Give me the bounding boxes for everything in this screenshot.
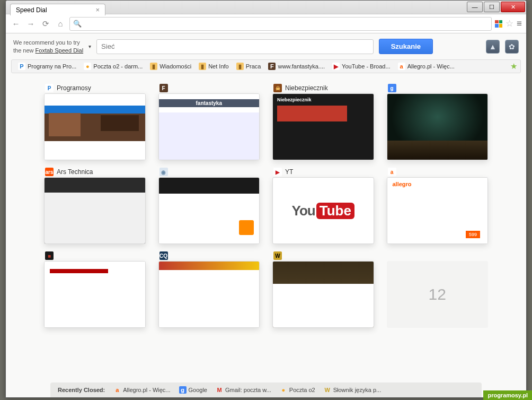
watermark: programosy.pl <box>483 390 532 400</box>
speed-dial-tile[interactable]: ▶YTYouTube <box>272 167 374 244</box>
bookmark-label: Net Info <box>208 63 229 69</box>
home-button[interactable]: ⌂ <box>55 18 66 30</box>
recent-icon: a <box>113 386 121 394</box>
speed-dial-tile[interactable]: a <box>387 167 489 244</box>
recent-icon: g <box>179 386 187 394</box>
bookmark-item[interactable]: ▮Praca <box>233 62 264 71</box>
recent-icon: M <box>216 386 223 394</box>
tile-thumbnail <box>44 93 146 160</box>
reload-button[interactable]: ⟳ <box>40 18 51 30</box>
bookmark-label: Praca <box>246 63 261 69</box>
topbar: We recommend you to try the new Foxtab S… <box>6 33 526 59</box>
tile-header <box>387 250 489 261</box>
tile-header: a <box>387 167 489 177</box>
tile-label: YT <box>285 168 293 176</box>
bookmark-star-icon[interactable]: ☆ <box>506 18 513 29</box>
close-button[interactable]: ✕ <box>501 2 525 12</box>
bookmark-item[interactable]: aAllegro.pl - Więc... <box>395 62 458 71</box>
tile-header: arsArs Technica <box>44 167 146 177</box>
speed-dial-tile[interactable]: W <box>272 250 374 328</box>
toolbar: ← → ⟳ ⌂ 🔍 ☆ ≡ <box>6 14 526 33</box>
speed-dial-tile[interactable]: ◉ <box>158 167 260 244</box>
recent-item[interactable]: gGoogle <box>179 386 207 394</box>
bookmark-label: Allegro.pl - Więc... <box>407 63 455 69</box>
tile-label: Ars Technica <box>57 168 93 176</box>
tile-thumbnail <box>387 177 489 244</box>
page-content: We recommend you to try the new Foxtab S… <box>6 33 526 397</box>
bookmark-item[interactable]: ▶YouTube - Broad... <box>329 62 394 71</box>
tile-icon: F <box>159 84 168 92</box>
bookmark-icon: ▮ <box>199 63 206 70</box>
bookmark-icon: ▮ <box>236 63 244 70</box>
bookmark-item[interactable]: Fwww.fantastyka.... <box>265 62 328 71</box>
recent-item[interactable]: aAllegro.pl - Więc... <box>113 386 170 394</box>
tile-header: W <box>272 250 374 261</box>
speed-dial-tile[interactable]: 12 <box>387 250 489 328</box>
search-icon: 🔍 <box>73 20 82 28</box>
recent-label-text: Gmail: poczta w... <box>225 387 271 393</box>
tab-active[interactable]: Speed Dial × <box>10 4 105 15</box>
minimize-button[interactable]: — <box>467 2 483 12</box>
recent-label-text: Allegro.pl - Więc... <box>123 387 170 393</box>
recent-icon: ● <box>280 386 287 394</box>
tile-thumbnail <box>158 177 260 244</box>
tile-icon: ■ <box>45 251 54 260</box>
tile-icon: P <box>45 84 54 92</box>
tile-thumbnail: YouTube <box>272 177 374 244</box>
extension-icon[interactable] <box>495 20 502 28</box>
search-button[interactable]: Szukanie <box>379 39 433 54</box>
bookmark-star-icon[interactable]: ★ <box>510 62 517 71</box>
speed-dial-tile[interactable]: F <box>158 83 260 160</box>
speed-dial-tile[interactable]: ■ <box>44 250 146 328</box>
search-input[interactable] <box>96 39 374 54</box>
tile-thumbnail <box>387 93 489 160</box>
tile-header: F <box>158 83 260 93</box>
bookmark-label: Programy na Pro... <box>28 63 76 69</box>
titlebar: Speed Dial × — ☐ ✕ <box>6 1 526 14</box>
tile-label: Programosy <box>57 84 91 92</box>
bookmark-item[interactable]: PProgramy na Pro... <box>15 62 79 71</box>
tile-thumbnail <box>158 93 260 160</box>
recommend-link[interactable]: Foxtab Speed Dial <box>36 47 84 54</box>
recent-label-text: Słownik języka p... <box>333 387 381 393</box>
tile-icon: ▶ <box>273 168 282 176</box>
bookmark-label: YouTube - Broad... <box>342 63 391 69</box>
recent-item[interactable]: MGmail: poczta w... <box>216 386 271 394</box>
speed-dial-grid: PProgramosyF☠NiebezpiecznikgarsArs Techn… <box>6 73 526 379</box>
tab-title: Speed Dial <box>16 6 47 14</box>
recent-label-text: Poczta o2 <box>289 387 315 393</box>
chevron-down-icon[interactable]: ▾ <box>88 44 91 49</box>
recent-icon: W <box>324 386 331 394</box>
tile-header: ◉ <box>158 167 260 177</box>
speed-dial-tile[interactable]: PProgramosy <box>44 83 146 160</box>
tile-thumbnail <box>44 177 146 244</box>
close-icon[interactable]: × <box>95 6 100 14</box>
tile-header: ☠Niebezpiecznik <box>272 83 374 93</box>
bookmark-item[interactable]: ▮Wiadomości <box>147 62 194 71</box>
bookmark-item[interactable]: ●Poczta o2 - darm... <box>81 62 146 71</box>
bookmark-icon: a <box>398 63 405 70</box>
recent-label-text: Google <box>189 387 207 393</box>
settings-button[interactable]: ✿ <box>505 40 519 54</box>
speed-dial-tile[interactable]: g <box>387 83 489 160</box>
tile-label: Niebezpiecznik <box>285 84 328 92</box>
menu-icon[interactable]: ≡ <box>517 19 522 29</box>
bookmark-icon: P <box>18 63 25 70</box>
speed-dial-tile[interactable]: ☠Niebezpiecznik <box>272 83 374 160</box>
recommend-text: We recommend you to try the new Foxtab S… <box>13 39 83 54</box>
tile-icon: g <box>388 84 396 92</box>
browser-window: Speed Dial × — ☐ ✕ ← → ⟳ ⌂ 🔍 ☆ ≡ We reco… <box>5 0 527 398</box>
back-button[interactable]: ← <box>10 18 22 30</box>
speed-dial-tile[interactable]: CQ <box>158 250 260 328</box>
speed-dial-tile[interactable]: arsArs Technica <box>44 167 146 244</box>
bookmark-item[interactable]: ▮Net Info <box>196 62 232 71</box>
recent-item[interactable]: ●Poczta o2 <box>280 386 315 394</box>
recent-item[interactable]: WSłownik języka p... <box>324 386 381 394</box>
address-bar[interactable]: 🔍 <box>69 17 492 31</box>
tile-icon: a <box>388 168 396 176</box>
maximize-button[interactable]: ☐ <box>484 2 500 12</box>
tile-icon: ◉ <box>159 168 168 176</box>
collapse-button[interactable]: ▲ <box>486 40 500 54</box>
tile-thumbnail <box>44 261 146 328</box>
forward-button[interactable]: → <box>25 18 37 30</box>
